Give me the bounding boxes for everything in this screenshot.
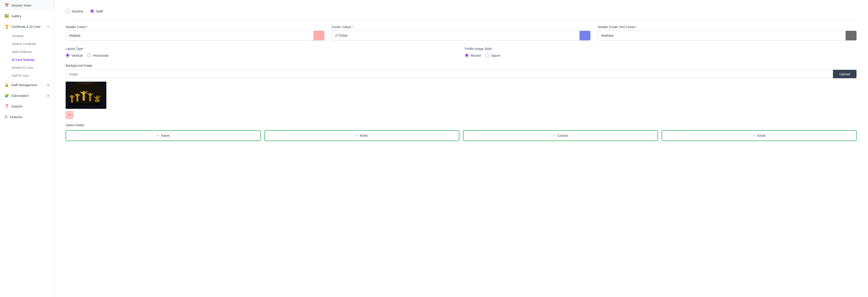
sidebar-item-student-certificate[interactable]: Student Certificate — [0, 40, 54, 48]
close-icon: ✕ — [68, 113, 71, 117]
layout-type-group: Layout Type* Vertical Horizontal — [66, 47, 458, 57]
sidebar-item-student-id-card[interactable]: Student ID Card — [0, 64, 54, 72]
background-image-input[interactable] — [66, 70, 833, 78]
footer-colour-group: Footer Colour* — [332, 25, 591, 40]
footer-colour-swatch[interactable] — [580, 31, 590, 40]
sidebar-item-staff-id-card[interactable]: Staff ID Card — [0, 72, 54, 80]
dance-svg — [66, 82, 106, 107]
header-footer-text-colour-input[interactable] — [598, 31, 846, 40]
student-radio[interactable] — [66, 9, 70, 13]
chevron-right-icon-sub: ▶ — [48, 94, 50, 97]
main-content: Student Staff Header Colour* Footer Colo… — [54, 0, 868, 297]
squre-radio-label[interactable]: Squre — [485, 53, 500, 57]
layout-type-label: Layout Type* — [66, 47, 458, 51]
sidebar-item-staff-management[interactable]: 🔒 Staff Management ▶ — [0, 80, 54, 90]
dance-scene-image — [66, 82, 106, 109]
sidebar: 📅 Session Years 🖼️ Gallery 🏆 Certificate… — [0, 0, 54, 297]
sidebar-item-subscription[interactable]: 🧩 Subscription ▶ — [0, 90, 54, 101]
staff-radio-label[interactable]: Staff — [90, 9, 103, 13]
background-image-label: Background Image — [66, 64, 857, 68]
header-colour-group: Header Colour* — [66, 25, 324, 40]
remove-image-button[interactable]: ✕ — [66, 111, 73, 119]
chevron-down-icon: ▼ — [47, 25, 50, 28]
background-image-section: Background Image Upload — [66, 64, 857, 119]
sidebar-item-features[interactable]: ☰ Features — [0, 112, 54, 122]
sidebar-item-id-card-settings[interactable]: ID Card Settings — [0, 56, 54, 64]
svg-rect-3 — [71, 99, 73, 103]
header-footer-text-colour-swatch[interactable] — [846, 31, 857, 40]
puzzle-icon: 🧩 — [4, 93, 9, 98]
sidebar-item-template[interactable]: Template — [0, 32, 54, 40]
layout-profile-row: Layout Type* Vertical Horizontal Profile… — [66, 47, 857, 57]
sidebar-item-gallery[interactable]: 🖼️ Gallery — [0, 11, 54, 21]
sidebar-item-support[interactable]: ❓ Support — [0, 101, 54, 112]
profile-image-style-options: Round Squre — [465, 53, 857, 57]
footer-colour-input[interactable] — [332, 31, 580, 40]
fields-grid: ✓ Name ✓ Roles ✓ Contact ✓ Email — [66, 130, 857, 141]
header-footer-text-colour-group: Header Footer Text Colour* — [598, 25, 857, 40]
sidebar-item-staff-certificate[interactable]: Staff Certificate — [0, 48, 54, 56]
check-icon-roles: ✓ — [355, 134, 358, 137]
lock-icon: 🔒 — [4, 83, 9, 87]
header-colour-label: Header Colour* — [66, 25, 324, 29]
colour-row: Header Colour* Footer Colour* Header Foo… — [66, 25, 857, 40]
svg-point-22 — [69, 103, 103, 106]
divider-1 — [66, 20, 857, 21]
svg-rect-7 — [76, 97, 78, 102]
check-icon-contact: ✓ — [553, 134, 556, 137]
vertical-radio-label[interactable]: Vertical — [66, 53, 83, 57]
certificate-submenu: Template Student Certificate Staff Certi… — [0, 32, 54, 80]
header-colour-input-row — [66, 31, 324, 40]
check-icon-name: ✓ — [157, 134, 159, 137]
select-fields-label: Select Fields* — [66, 123, 857, 127]
header-footer-text-colour-label: Header Footer Text Colour* — [598, 25, 857, 29]
check-icon-email: ✓ — [753, 134, 756, 137]
field-contact-button[interactable]: ✓ Contact — [463, 130, 658, 141]
svg-rect-15 — [89, 96, 91, 101]
round-radio[interactable] — [465, 53, 469, 57]
squre-radio[interactable] — [485, 53, 489, 57]
profile-image-style-label: Profile Image Style* — [465, 47, 857, 51]
vertical-radio[interactable] — [66, 53, 70, 57]
gallery-icon: 🖼️ — [4, 14, 9, 18]
calendar-icon: 📅 — [4, 3, 9, 7]
field-email-button[interactable]: ✓ Email — [662, 130, 857, 141]
header-footer-text-colour-input-row — [598, 31, 857, 40]
header-colour-swatch[interactable] — [313, 31, 324, 40]
horizontal-radio-label[interactable]: Horizontal — [87, 53, 108, 57]
svg-rect-11 — [83, 95, 85, 101]
upload-button[interactable]: Upload — [833, 70, 857, 78]
svg-rect-19 — [95, 99, 99, 102]
card-type-radio-group: Student Staff — [66, 9, 857, 13]
profile-image-style-group: Profile Image Style* Round Squre — [465, 47, 857, 57]
field-roles-button[interactable]: ✓ Roles — [264, 130, 459, 141]
student-radio-label[interactable]: Student — [66, 9, 83, 13]
sidebar-item-session-years[interactable]: 📅 Session Years — [0, 0, 54, 11]
field-name-button[interactable]: ✓ Name — [66, 130, 261, 141]
chevron-right-icon: ▶ — [48, 83, 50, 87]
footer-colour-label: Footer Colour* — [332, 25, 591, 29]
horizontal-radio[interactable] — [87, 53, 91, 57]
background-image-preview — [66, 82, 106, 109]
sidebar-item-certificate-id-card[interactable]: 🏆 Certificate & ID Card ▼ — [0, 21, 54, 32]
background-image-upload-row: Upload — [66, 70, 857, 78]
footer-colour-input-row — [332, 31, 591, 40]
question-icon: ❓ — [4, 104, 9, 108]
staff-radio[interactable] — [90, 9, 94, 13]
round-radio-label[interactable]: Round — [465, 53, 480, 57]
list-icon: ☰ — [4, 115, 8, 119]
layout-type-options: Vertical Horizontal — [66, 53, 458, 57]
trophy-icon: 🏆 — [4, 25, 9, 29]
select-fields-section: Select Fields* ✓ Name ✓ Roles ✓ Contact … — [66, 123, 857, 141]
header-colour-input[interactable] — [66, 31, 313, 40]
